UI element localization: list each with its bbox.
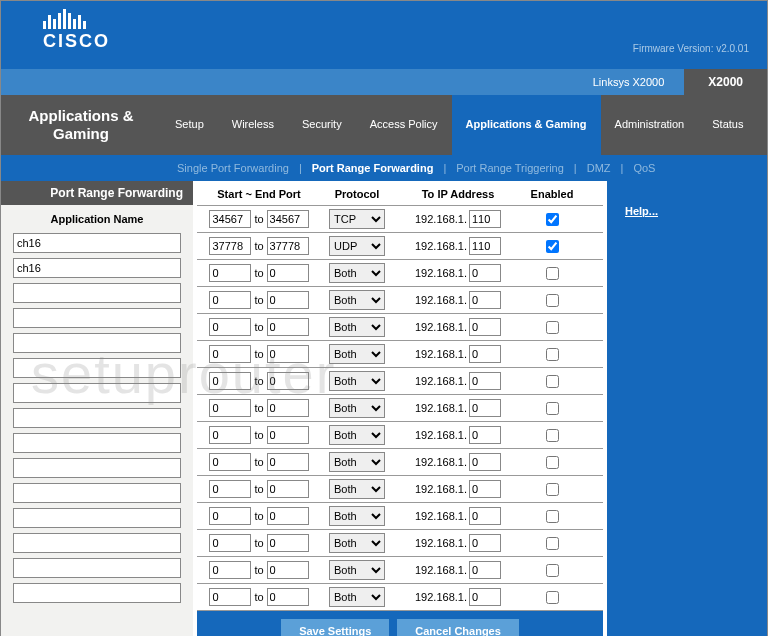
ip-last-octet-input[interactable] [469,588,501,606]
enabled-checkbox[interactable] [546,537,559,550]
application-name-input[interactable] [13,383,181,403]
ip-last-octet-input[interactable] [469,453,501,471]
end-port-input[interactable] [267,372,309,390]
subnav-port-range-triggering[interactable]: Port Range Triggering [456,162,564,174]
nav-tab-applications-gaming[interactable]: Applications & Gaming [452,95,601,155]
protocol-select[interactable]: BothTCPUDP [329,317,385,337]
application-name-input[interactable] [13,483,181,503]
ip-last-octet-input[interactable] [469,318,501,336]
start-port-input[interactable] [209,237,251,255]
end-port-input[interactable] [267,318,309,336]
nav-tab-administration[interactable]: Administration [601,95,699,155]
protocol-select[interactable]: BothTCPUDP [329,560,385,580]
end-port-input[interactable] [267,588,309,606]
application-name-input[interactable] [13,233,181,253]
end-port-input[interactable] [267,345,309,363]
help-link[interactable]: Help... [625,205,658,217]
application-name-input[interactable] [13,258,181,278]
enabled-checkbox[interactable] [546,321,559,334]
application-name-input[interactable] [13,408,181,428]
protocol-select[interactable]: BothTCPUDP [329,209,385,229]
end-port-input[interactable] [267,426,309,444]
enabled-checkbox[interactable] [546,213,559,226]
end-port-input[interactable] [267,480,309,498]
enabled-checkbox[interactable] [546,240,559,253]
end-port-input[interactable] [267,561,309,579]
enabled-checkbox[interactable] [546,375,559,388]
subnav-port-range-forwarding[interactable]: Port Range Forwarding [312,162,434,174]
application-name-input[interactable] [13,533,181,553]
protocol-select[interactable]: BothTCPUDP [329,236,385,256]
application-name-input[interactable] [13,283,181,303]
end-port-input[interactable] [267,507,309,525]
enabled-checkbox[interactable] [546,510,559,523]
enabled-checkbox[interactable] [546,348,559,361]
protocol-select[interactable]: BothTCPUDP [329,479,385,499]
protocol-select[interactable]: BothTCPUDP [329,398,385,418]
protocol-select[interactable]: BothTCPUDP [329,587,385,607]
protocol-select[interactable]: BothTCPUDP [329,371,385,391]
model-link[interactable]: Linksys X2000 [593,76,665,88]
ip-last-octet-input[interactable] [469,426,501,444]
application-name-input[interactable] [13,508,181,528]
start-port-input[interactable] [209,345,251,363]
start-port-input[interactable] [209,264,251,282]
protocol-select[interactable]: BothTCPUDP [329,263,385,283]
start-port-input[interactable] [209,372,251,390]
end-port-input[interactable] [267,237,309,255]
ip-last-octet-input[interactable] [469,210,501,228]
ip-last-octet-input[interactable] [469,291,501,309]
ip-last-octet-input[interactable] [469,237,501,255]
enabled-checkbox[interactable] [546,456,559,469]
enabled-checkbox[interactable] [546,294,559,307]
ip-last-octet-input[interactable] [469,345,501,363]
ip-last-octet-input[interactable] [469,507,501,525]
protocol-select[interactable]: BothTCPUDP [329,533,385,553]
nav-tab-status[interactable]: Status [698,95,757,155]
application-name-input[interactable] [13,583,181,603]
ip-last-octet-input[interactable] [469,480,501,498]
start-port-input[interactable] [209,210,251,228]
enabled-checkbox[interactable] [546,429,559,442]
application-name-input[interactable] [13,358,181,378]
end-port-input[interactable] [267,534,309,552]
end-port-input[interactable] [267,210,309,228]
application-name-input[interactable] [13,433,181,453]
nav-tab-wireless[interactable]: Wireless [218,95,288,155]
end-port-input[interactable] [267,264,309,282]
application-name-input[interactable] [13,308,181,328]
start-port-input[interactable] [209,534,251,552]
subnav-qos[interactable]: QoS [633,162,655,174]
enabled-checkbox[interactable] [546,402,559,415]
start-port-input[interactable] [209,561,251,579]
start-port-input[interactable] [209,318,251,336]
subnav-single-port-forwarding[interactable]: Single Port Forwarding [177,162,289,174]
protocol-select[interactable]: BothTCPUDP [329,344,385,364]
start-port-input[interactable] [209,399,251,417]
start-port-input[interactable] [209,588,251,606]
nav-tab-security[interactable]: Security [288,95,356,155]
enabled-checkbox[interactable] [546,591,559,604]
ip-last-octet-input[interactable] [469,399,501,417]
ip-last-octet-input[interactable] [469,264,501,282]
enabled-checkbox[interactable] [546,483,559,496]
save-button[interactable]: Save Settings [281,619,389,636]
enabled-checkbox[interactable] [546,267,559,280]
application-name-input[interactable] [13,333,181,353]
start-port-input[interactable] [209,453,251,471]
application-name-input[interactable] [13,558,181,578]
end-port-input[interactable] [267,291,309,309]
end-port-input[interactable] [267,453,309,471]
nav-tab-setup[interactable]: Setup [161,95,218,155]
end-port-input[interactable] [267,399,309,417]
ip-last-octet-input[interactable] [469,372,501,390]
subnav-dmz[interactable]: DMZ [587,162,611,174]
enabled-checkbox[interactable] [546,564,559,577]
start-port-input[interactable] [209,426,251,444]
protocol-select[interactable]: BothTCPUDP [329,425,385,445]
nav-tab-access-policy[interactable]: Access Policy [356,95,452,155]
start-port-input[interactable] [209,291,251,309]
protocol-select[interactable]: BothTCPUDP [329,506,385,526]
protocol-select[interactable]: BothTCPUDP [329,452,385,472]
ip-last-octet-input[interactable] [469,561,501,579]
